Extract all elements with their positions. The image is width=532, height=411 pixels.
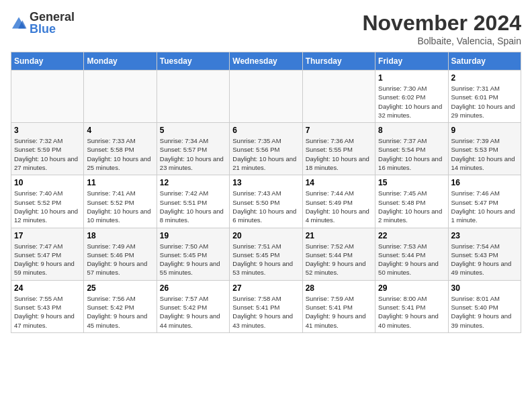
calendar-cell: 18Sunrise: 7:49 AM Sunset: 5:46 PM Dayli…	[84, 228, 157, 280]
day-info: Sunrise: 7:42 AM Sunset: 5:51 PM Dayligh…	[160, 189, 226, 224]
weekday-header-cell: Friday	[375, 52, 448, 71]
weekday-header-cell: Thursday	[302, 52, 375, 71]
day-number: 11	[87, 178, 153, 187]
title-area: November 2024 Bolbaite, Valencia, Spain	[362, 11, 521, 46]
month-title: November 2024	[362, 11, 521, 36]
header-area: General Blue November 2024 Bolbaite, Val…	[11, 11, 521, 46]
day-number: 3	[14, 126, 81, 135]
day-info: Sunrise: 7:45 AM Sunset: 5:48 PM Dayligh…	[378, 189, 445, 224]
day-info: Sunrise: 7:58 AM Sunset: 5:41 PM Dayligh…	[232, 294, 299, 330]
calendar: SundayMondayTuesdayWednesdayThursdayFrid…	[11, 52, 521, 333]
logo-icon	[11, 16, 27, 30]
day-info: Sunrise: 7:47 AM Sunset: 5:47 PM Dayligh…	[14, 242, 81, 277]
day-info: Sunrise: 8:01 AM Sunset: 5:40 PM Dayligh…	[451, 294, 518, 330]
calendar-cell: 4Sunrise: 7:33 AM Sunset: 5:58 PM Daylig…	[84, 123, 157, 175]
calendar-cell: 20Sunrise: 7:51 AM Sunset: 5:45 PM Dayli…	[230, 228, 302, 280]
day-info: Sunrise: 7:59 AM Sunset: 5:41 PM Dayligh…	[306, 294, 372, 330]
day-number: 16	[451, 178, 518, 187]
day-info: Sunrise: 7:36 AM Sunset: 5:55 PM Dayligh…	[306, 136, 372, 172]
calendar-cell: 14Sunrise: 7:44 AM Sunset: 5:49 PM Dayli…	[302, 175, 375, 228]
day-info: Sunrise: 8:00 AM Sunset: 5:41 PM Dayligh…	[378, 294, 445, 330]
day-number: 26	[160, 283, 226, 293]
day-info: Sunrise: 7:30 AM Sunset: 6:02 PM Dayligh…	[378, 84, 445, 120]
day-number: 19	[160, 231, 226, 240]
day-info: Sunrise: 7:39 AM Sunset: 5:53 PM Dayligh…	[451, 136, 518, 172]
day-info: Sunrise: 7:55 AM Sunset: 5:43 PM Dayligh…	[14, 294, 81, 330]
day-number: 22	[378, 231, 445, 240]
day-info: Sunrise: 7:51 AM Sunset: 5:45 PM Dayligh…	[232, 242, 299, 277]
calendar-week-row: 10Sunrise: 7:40 AM Sunset: 5:52 PM Dayli…	[11, 175, 521, 228]
calendar-cell: 11Sunrise: 7:41 AM Sunset: 5:52 PM Dayli…	[84, 175, 157, 228]
calendar-cell: 21Sunrise: 7:52 AM Sunset: 5:44 PM Dayli…	[302, 228, 375, 280]
day-number: 7	[306, 126, 372, 135]
calendar-cell: 27Sunrise: 7:58 AM Sunset: 5:41 PM Dayli…	[230, 280, 302, 332]
calendar-cell: 23Sunrise: 7:54 AM Sunset: 5:43 PM Dayli…	[448, 228, 521, 280]
day-number: 6	[232, 126, 299, 135]
logo-general: General	[30, 11, 75, 23]
weekday-header-cell: Monday	[84, 52, 157, 71]
day-number: 13	[232, 178, 299, 187]
day-number: 25	[87, 283, 153, 293]
day-info: Sunrise: 7:57 AM Sunset: 5:42 PM Dayligh…	[160, 294, 226, 330]
calendar-week-row: 17Sunrise: 7:47 AM Sunset: 5:47 PM Dayli…	[11, 228, 521, 280]
day-number: 28	[306, 283, 372, 293]
weekday-header-cell: Wednesday	[230, 52, 302, 71]
calendar-cell: 9Sunrise: 7:39 AM Sunset: 5:53 PM Daylig…	[448, 123, 521, 175]
day-number: 20	[232, 231, 299, 240]
calendar-body: 1Sunrise: 7:30 AM Sunset: 6:02 PM Daylig…	[11, 71, 521, 333]
calendar-cell: 19Sunrise: 7:50 AM Sunset: 5:45 PM Dayli…	[157, 228, 229, 280]
day-number: 24	[14, 283, 81, 293]
calendar-cell: 24Sunrise: 7:55 AM Sunset: 5:43 PM Dayli…	[11, 280, 84, 332]
calendar-cell: 6Sunrise: 7:35 AM Sunset: 5:56 PM Daylig…	[230, 123, 302, 175]
day-number: 21	[306, 231, 372, 240]
calendar-cell: 28Sunrise: 7:59 AM Sunset: 5:41 PM Dayli…	[302, 280, 375, 332]
day-number: 4	[87, 126, 153, 135]
calendar-cell: 7Sunrise: 7:36 AM Sunset: 5:55 PM Daylig…	[302, 123, 375, 175]
calendar-cell	[230, 71, 302, 123]
logo-blue: Blue	[30, 23, 75, 35]
calendar-week-row: 3Sunrise: 7:32 AM Sunset: 5:59 PM Daylig…	[11, 123, 521, 175]
calendar-cell	[302, 71, 375, 123]
day-info: Sunrise: 7:44 AM Sunset: 5:49 PM Dayligh…	[306, 189, 372, 224]
day-number: 9	[451, 126, 518, 135]
logo: General Blue	[11, 11, 75, 35]
day-info: Sunrise: 7:53 AM Sunset: 5:44 PM Dayligh…	[378, 242, 445, 277]
day-info: Sunrise: 7:52 AM Sunset: 5:44 PM Dayligh…	[306, 242, 372, 277]
day-info: Sunrise: 7:54 AM Sunset: 5:43 PM Dayligh…	[451, 242, 518, 277]
day-info: Sunrise: 7:41 AM Sunset: 5:52 PM Dayligh…	[87, 189, 153, 224]
day-number: 17	[14, 231, 81, 240]
day-number: 2	[451, 73, 518, 83]
day-info: Sunrise: 7:43 AM Sunset: 5:50 PM Dayligh…	[232, 189, 299, 224]
weekday-header-cell: Saturday	[448, 52, 521, 71]
day-number: 29	[378, 283, 445, 293]
day-number: 27	[232, 283, 299, 293]
calendar-cell: 3Sunrise: 7:32 AM Sunset: 5:59 PM Daylig…	[11, 123, 84, 175]
calendar-cell: 13Sunrise: 7:43 AM Sunset: 5:50 PM Dayli…	[230, 175, 302, 228]
weekday-header-cell: Tuesday	[157, 52, 229, 71]
day-info: Sunrise: 7:31 AM Sunset: 6:01 PM Dayligh…	[451, 84, 518, 120]
day-number: 14	[306, 178, 372, 187]
calendar-cell: 2Sunrise: 7:31 AM Sunset: 6:01 PM Daylig…	[448, 71, 521, 123]
calendar-cell: 26Sunrise: 7:57 AM Sunset: 5:42 PM Dayli…	[157, 280, 229, 332]
calendar-cell: 10Sunrise: 7:40 AM Sunset: 5:52 PM Dayli…	[11, 175, 84, 228]
calendar-cell: 15Sunrise: 7:45 AM Sunset: 5:48 PM Dayli…	[375, 175, 448, 228]
calendar-cell: 30Sunrise: 8:01 AM Sunset: 5:40 PM Dayli…	[448, 280, 521, 332]
day-number: 18	[87, 231, 153, 240]
day-info: Sunrise: 7:35 AM Sunset: 5:56 PM Dayligh…	[232, 136, 299, 172]
day-number: 5	[160, 126, 226, 135]
day-number: 15	[378, 178, 445, 187]
calendar-cell: 22Sunrise: 7:53 AM Sunset: 5:44 PM Dayli…	[375, 228, 448, 280]
day-info: Sunrise: 7:40 AM Sunset: 5:52 PM Dayligh…	[14, 189, 81, 224]
calendar-cell: 5Sunrise: 7:34 AM Sunset: 5:57 PM Daylig…	[157, 123, 229, 175]
weekday-header-row: SundayMondayTuesdayWednesdayThursdayFrid…	[11, 52, 521, 71]
day-info: Sunrise: 7:32 AM Sunset: 5:59 PM Dayligh…	[14, 136, 81, 172]
calendar-cell	[157, 71, 229, 123]
location-title: Bolbaite, Valencia, Spain	[362, 36, 521, 46]
calendar-cell: 16Sunrise: 7:46 AM Sunset: 5:47 PM Dayli…	[448, 175, 521, 228]
calendar-week-row: 1Sunrise: 7:30 AM Sunset: 6:02 PM Daylig…	[11, 71, 521, 123]
day-info: Sunrise: 7:49 AM Sunset: 5:46 PM Dayligh…	[87, 242, 153, 277]
day-number: 1	[378, 73, 445, 83]
day-number: 23	[451, 231, 518, 240]
calendar-cell	[84, 71, 157, 123]
calendar-cell: 29Sunrise: 8:00 AM Sunset: 5:41 PM Dayli…	[375, 280, 448, 332]
